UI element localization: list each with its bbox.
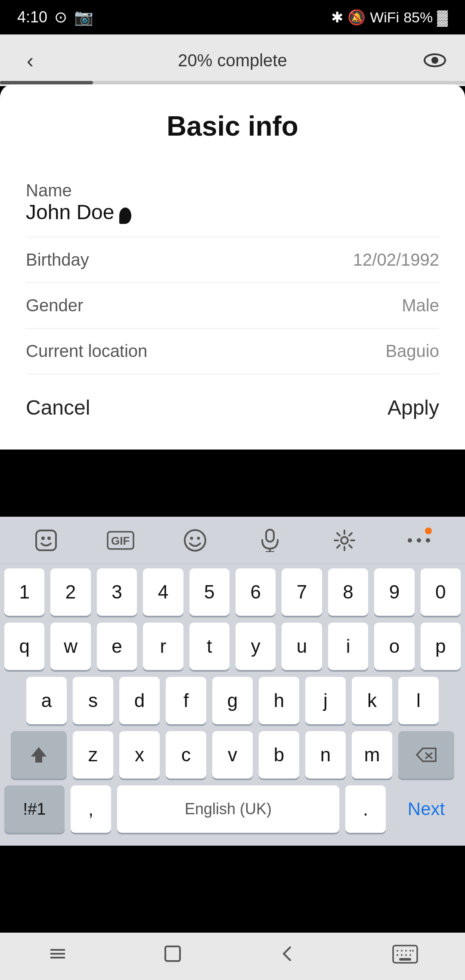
apply-button[interactable]: Apply xyxy=(388,396,439,419)
svg-point-14 xyxy=(408,538,412,543)
bottom-row: !#1 , English (UK) . Next xyxy=(4,785,461,839)
key-h[interactable]: h xyxy=(259,677,299,724)
svg-point-28 xyxy=(409,950,411,952)
battery-display: 85% xyxy=(403,9,433,26)
key-2[interactable]: 2 xyxy=(50,568,90,616)
key-9[interactable]: 9 xyxy=(374,568,414,616)
nav-home-icon[interactable] xyxy=(162,943,183,970)
key-z[interactable]: z xyxy=(73,731,113,778)
key-8[interactable]: 8 xyxy=(328,568,368,616)
settings-icon[interactable] xyxy=(327,523,362,558)
key-3[interactable]: 3 xyxy=(97,568,137,616)
symbols-key[interactable]: !#1 xyxy=(4,785,65,833)
nav-back-icon[interactable] xyxy=(277,943,299,970)
status-left: 4:10 ⊙ 📷 xyxy=(17,8,93,26)
status-bar: 4:10 ⊙ 📷 ✱ 🔕 WiFi 85% ▓ xyxy=(0,0,465,34)
key-n[interactable]: n xyxy=(305,731,346,778)
cancel-button[interactable]: Cancel xyxy=(26,396,90,419)
space-key[interactable]: English (UK) xyxy=(117,785,339,833)
key-5[interactable]: 5 xyxy=(189,568,229,616)
emoji-icon[interactable] xyxy=(178,523,212,558)
key-k[interactable]: k xyxy=(352,677,392,724)
svg-rect-34 xyxy=(399,958,411,961)
location-label: Current location xyxy=(26,341,147,361)
key-1[interactable]: 1 xyxy=(4,568,44,616)
key-e[interactable]: e xyxy=(97,623,137,670)
shift-key[interactable] xyxy=(11,731,67,778)
svg-point-7 xyxy=(185,530,205,551)
svg-point-4 xyxy=(47,537,51,540)
progress-text: 20% complete xyxy=(43,51,422,70)
back-button[interactable]: ‹ xyxy=(17,47,43,73)
key-x[interactable]: x xyxy=(119,731,160,778)
svg-point-9 xyxy=(197,537,200,540)
keyboard-area: GIF xyxy=(0,517,465,846)
key-0[interactable]: 0 xyxy=(421,568,461,616)
svg-rect-2 xyxy=(36,530,56,550)
key-u[interactable]: u xyxy=(282,623,322,670)
gif-icon[interactable]: GIF xyxy=(103,523,138,558)
key-g[interactable]: g xyxy=(212,677,253,724)
gender-label: Gender xyxy=(26,296,83,315)
key-c[interactable]: c xyxy=(166,731,206,778)
key-y[interactable]: y xyxy=(236,623,276,670)
key-o[interactable]: o xyxy=(374,623,414,670)
name-value-wrapper: John Doe xyxy=(26,200,131,224)
sticker-icon[interactable] xyxy=(29,523,63,558)
svg-point-30 xyxy=(397,954,398,956)
key-f[interactable]: f xyxy=(166,677,206,724)
key-p[interactable]: p xyxy=(421,623,461,670)
period-key[interactable]: . xyxy=(345,785,386,833)
eye-button[interactable] xyxy=(422,47,448,73)
key-7[interactable]: 7 xyxy=(282,568,322,616)
key-s[interactable]: s xyxy=(73,677,113,724)
location-field-row[interactable]: Current location Baguio xyxy=(26,329,439,374)
key-v[interactable]: v xyxy=(212,731,253,778)
key-a[interactable]: a xyxy=(26,677,67,724)
gender-field-row[interactable]: Gender Male xyxy=(26,283,439,329)
name-label: Name xyxy=(26,181,72,200)
svg-point-31 xyxy=(401,954,403,956)
svg-point-26 xyxy=(401,950,403,952)
svg-point-16 xyxy=(426,538,430,543)
microphone-icon[interactable] xyxy=(253,523,287,558)
text-cursor xyxy=(119,208,131,224)
key-t[interactable]: t xyxy=(189,623,229,670)
svg-point-29 xyxy=(412,950,414,952)
key-i[interactable]: i xyxy=(328,623,368,670)
key-d[interactable]: d xyxy=(119,677,160,724)
backspace-key[interactable] xyxy=(398,731,454,778)
nav-keyboard-icon[interactable] xyxy=(392,944,418,969)
status-right: ✱ 🔕 WiFi 85% ▓ xyxy=(331,9,448,26)
key-r[interactable]: r xyxy=(143,623,183,670)
next-key[interactable]: Next xyxy=(392,785,461,833)
comma-key[interactable]: , xyxy=(71,785,111,833)
birthday-value: 12/02/1992 xyxy=(353,250,439,270)
location-value: Baguio xyxy=(385,341,439,361)
birthday-field-row[interactable]: Birthday 12/02/1992 xyxy=(26,237,439,283)
svg-point-15 xyxy=(417,538,421,543)
battery-icon: ▓ xyxy=(437,9,448,26)
bluetooth-icon: ✱ xyxy=(331,9,343,26)
more-icon[interactable] xyxy=(402,523,436,558)
svg-rect-22 xyxy=(165,946,180,961)
key-l[interactable]: l xyxy=(398,677,439,724)
main-card: Basic info Name John Doe Birthday 12/02/… xyxy=(0,84,465,450)
key-w[interactable]: w xyxy=(50,623,90,670)
svg-point-27 xyxy=(405,950,407,952)
key-q[interactable]: q xyxy=(4,623,44,670)
name-field-row[interactable]: Name John Doe xyxy=(26,168,439,237)
svg-point-8 xyxy=(190,537,193,540)
bottom-nav xyxy=(0,933,465,980)
nav-menu-icon[interactable] xyxy=(47,943,68,970)
key-b[interactable]: b xyxy=(259,731,299,778)
key-m[interactable]: m xyxy=(352,731,392,778)
key-6[interactable]: 6 xyxy=(236,568,276,616)
time-display: 4:10 xyxy=(17,8,47,26)
page-title: Basic info xyxy=(26,110,439,142)
key-j[interactable]: j xyxy=(305,677,346,724)
svg-point-3 xyxy=(41,537,45,540)
asdf-row: a s d f g h j k l xyxy=(4,677,461,724)
key-4[interactable]: 4 xyxy=(143,568,183,616)
svg-point-32 xyxy=(405,954,407,956)
